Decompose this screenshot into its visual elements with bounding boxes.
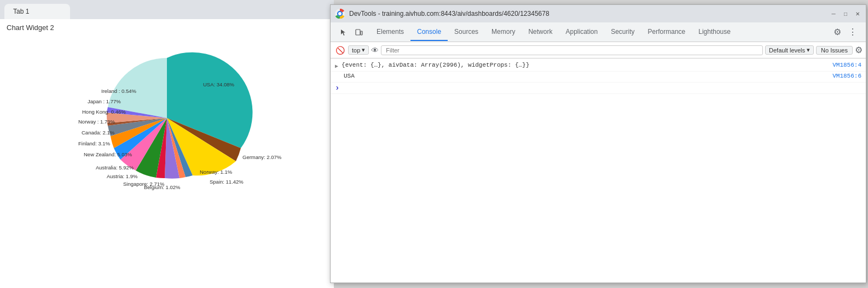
- svg-point-2: [338, 12, 342, 15]
- label-usa: USA: 34.08%: [203, 81, 235, 87]
- chart-area: USA: 34.08% Germany: 2.07% Spain: 11.42%…: [0, 36, 334, 189]
- tab-right-icons: ⚙ ⋮: [826, 26, 864, 39]
- label-germany: Germany: 2.07%: [242, 154, 282, 160]
- label-nz: New Zealand: 5.03%: [84, 151, 132, 157]
- svg-rect-3: [356, 30, 360, 35]
- console-plain-text: USA: [335, 73, 832, 79]
- no-issues-label: No Issues: [821, 47, 848, 54]
- console-caret-icon: ›: [335, 84, 339, 92]
- label-canada: Canada: 2.1%: [82, 130, 115, 136]
- cursor-icon[interactable]: [337, 26, 350, 39]
- tab-memory[interactable]: Memory: [485, 23, 522, 41]
- tab-lighthouse[interactable]: Lighthouse: [692, 23, 737, 41]
- devtools-title: DevTools - training.aivhub.com:8443/aiv/…: [349, 10, 830, 17]
- svg-rect-4: [361, 31, 362, 35]
- browser-window: Tab 1 Chart Widget 2: [0, 0, 334, 288]
- label-hk: Hong Kong: 0.46%: [82, 109, 126, 115]
- page-content: Chart Widget 2: [0, 19, 334, 288]
- context-selector[interactable]: top ▾: [348, 45, 369, 55]
- close-button[interactable]: ✕: [854, 10, 861, 17]
- tab-label: Tab 1: [13, 8, 29, 15]
- tab-application[interactable]: Application: [559, 23, 604, 41]
- page-title: Chart Widget 2: [0, 19, 334, 36]
- devtools-tab-bar: Elements Console Sources Memory Network …: [331, 22, 866, 42]
- tab-bar: Tab 1: [0, 0, 334, 19]
- devtools-panel: DevTools - training.aivhub.com:8443/aiv/…: [330, 4, 866, 283]
- label-singapore: Singapore: 2.71%: [123, 181, 165, 187]
- label-norway-r: Norway: 1.1%: [200, 169, 233, 175]
- more-icon[interactable]: ⋮: [846, 26, 859, 39]
- label-japan: Japan : 1.77%: [88, 98, 121, 104]
- settings-icon[interactable]: ⚙: [831, 26, 844, 39]
- no-issues-button[interactable]: No Issues: [816, 46, 853, 55]
- label-austria: Austria: 1.9%: [107, 173, 138, 179]
- pie-chart: USA: 34.08% Germany: 2.07% Spain: 11.42%…: [63, 47, 271, 189]
- context-label: top: [352, 47, 360, 54]
- chrome-icon: [335, 9, 345, 19]
- console-content: ▶ {event: {…}, aivData: Array(2996), wid…: [331, 58, 866, 283]
- console-prompt-row[interactable]: ›: [331, 83, 866, 94]
- label-ireland: Ireland : 0.54%: [101, 88, 136, 94]
- console-row-2: USA VM1856:6: [331, 72, 866, 83]
- devtools-title-bar: DevTools - training.aivhub.com:8443/aiv/…: [331, 5, 866, 22]
- console-toolbar: 🚫 top ▾ 👁 Default levels ▾ No Issues ⚙: [331, 42, 866, 58]
- chevron-down-icon: ▾: [362, 46, 365, 54]
- default-levels-button[interactable]: Default levels ▾: [765, 45, 814, 55]
- tab-sources[interactable]: Sources: [448, 23, 485, 41]
- tab-left-icons: [333, 26, 370, 39]
- tab-network[interactable]: Network: [522, 23, 559, 41]
- expand-arrow[interactable]: ▶: [335, 62, 338, 69]
- console-source-link-2[interactable]: VM1856:6: [832, 73, 861, 79]
- eye-icon[interactable]: 👁: [371, 46, 379, 55]
- tab-security[interactable]: Security: [604, 23, 641, 41]
- label-spain: Spain: 11.42%: [210, 179, 244, 185]
- label-finland: Finland: 3.1%: [78, 140, 111, 146]
- label-norway-l: Norway : 1.79%: [78, 119, 115, 125]
- console-source-link-1[interactable]: VM1856:4: [832, 62, 861, 68]
- minimize-button[interactable]: ─: [830, 10, 837, 17]
- console-settings-icon[interactable]: ⚙: [855, 45, 863, 55]
- filter-input[interactable]: [381, 45, 763, 55]
- tab-elements[interactable]: Elements: [370, 23, 410, 41]
- maximize-button[interactable]: □: [842, 10, 849, 17]
- label-australia: Australia: 5.92%: [96, 164, 134, 171]
- device-icon[interactable]: [352, 26, 366, 39]
- clear-console-button[interactable]: 🚫: [334, 44, 346, 56]
- default-levels-label: Default levels: [769, 47, 805, 54]
- console-row: ▶ {event: {…}, aivData: Array(2996), wid…: [331, 61, 866, 72]
- console-log-text: {event: {…}, aivData: Array(2996), widge…: [342, 62, 832, 68]
- tab-performance[interactable]: Performance: [641, 23, 692, 41]
- browser-tab[interactable]: Tab 1: [4, 4, 70, 19]
- tab-console[interactable]: Console: [410, 23, 448, 41]
- window-controls: ─ □ ✕: [830, 10, 861, 17]
- chevron-down-icon2: ▾: [807, 46, 810, 54]
